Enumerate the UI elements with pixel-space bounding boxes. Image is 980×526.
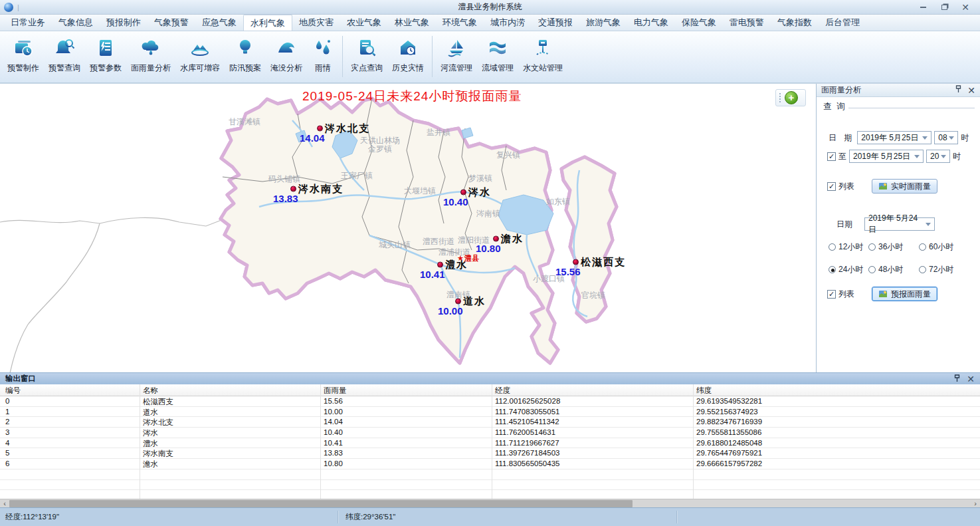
cell: 澧水 [143,439,158,449]
end-date-select[interactable]: 2019年 5月25日 [849,150,924,163]
cell: 111.397267184503 [495,449,559,457]
toolbar-button-warning-search[interactable]: 预警查询 [44,36,85,74]
forecast-list-checkbox[interactable]: ✓ [827,290,836,299]
menu-item-11[interactable]: 城市内涝 [484,15,532,31]
rain-analysis-icon [140,37,162,59]
scroll-left-button[interactable]: ‹ [0,499,9,507]
toolbar-button-reservoir[interactable]: 水库可增容 [175,36,225,74]
toolbar-button-inundation[interactable]: 淹没分析 [266,36,307,74]
duration-radio-12小时[interactable]: 12小时 [829,241,868,253]
duration-radio-48小时[interactable]: 48小时 [868,264,919,275]
forecast-rain-button[interactable]: 预报面雨量 [872,287,937,301]
duration-radio-24小时[interactable]: 24小时 [829,264,868,275]
station-name: 涔水 [468,186,491,199]
cell: 3 [5,428,9,436]
menu-item-5[interactable]: 应急气象 [195,15,243,31]
duration-radio-60小时[interactable]: 60小时 [919,241,969,253]
station-name: 涔水北支 [325,122,370,135]
town-label: 金罗镇 [368,144,392,155]
cell: 29.6666157957282 [696,460,762,467]
scroll-right-button[interactable]: › [971,499,980,507]
radio-icon [829,266,836,273]
basin-manage-icon [486,37,509,59]
duration-radio-36小时[interactable]: 36小时 [868,241,919,253]
toolbar-button-disaster-search[interactable]: 灾点查询 [346,36,387,74]
cell: 13.83 [324,449,343,457]
toolbar-button-river-manage[interactable]: 河流管理 [436,36,477,74]
to-checkbox[interactable]: ✓ [827,152,836,161]
list-checkbox[interactable]: ✓ [827,182,836,191]
radio-icon [919,266,926,273]
station-dot-icon[interactable] [437,262,443,268]
station-dot-icon[interactable] [455,299,461,305]
toolbar-button-warning-make[interactable]: 预警制作 [3,36,44,74]
start-date-select[interactable]: 2019年 5月25日 [857,131,931,144]
pin-icon[interactable] [954,374,960,384]
column-divider [492,384,492,499]
scrollbar-thumb[interactable] [9,500,633,507]
minimize-button[interactable] [918,3,928,12]
date-label: 日 期 [829,132,854,144]
station-dot-icon[interactable] [573,259,579,265]
table-row[interactable]: 1道水10.00111.74708305505129.552156374923 [0,407,980,418]
menu-item-18[interactable]: 后台管理 [819,15,866,31]
table-row[interactable]: 5涔水南支13.83111.39726718450329.76544769759… [0,448,980,459]
table-row[interactable]: 3涔水10.40111.7620051463129.7555811355086 [0,428,980,438]
table-row[interactable]: 0松滋西支15.56112.00162562502829.61935495322… [0,396,980,407]
toolbar-button-rain-analysis[interactable]: 面雨量分析 [126,36,175,74]
table-row[interactable]: 4澧水10.41111.71121966762729.6188012485048 [0,438,980,449]
menu-item-9[interactable]: 林业气象 [388,15,436,31]
output-close-icon[interactable]: ✕ [967,375,975,383]
menu-item-12[interactable]: 交通预报 [532,15,579,31]
town-label: 如东镇 [546,196,570,207]
menu-item-4[interactable]: 气象预警 [147,15,195,31]
radio-icon [919,243,926,251]
map-area[interactable]: 2019-05-24日未来24小时预报面雨量 甘溪滩镇盐井镇天供山林场金罗镇复兴… [0,84,816,373]
table-row[interactable]: 2涔水北支14.04111.45210541134229.88234767169… [0,417,980,428]
realtime-rain-button[interactable]: 实时面雨量 [872,179,937,194]
menu-item-3[interactable]: 预报制作 [100,15,147,31]
menu-item-10[interactable]: 环境气象 [436,15,484,31]
cell: 0 [5,397,9,405]
menu-item-1[interactable]: 日常业务 [4,15,52,31]
toolbar-button-hydrostation-manage[interactable]: 水文站管理 [518,36,567,74]
menu-item-15[interactable]: 保险气象 [675,15,723,31]
menu-item-8[interactable]: 农业气象 [340,15,388,31]
station-dot-icon[interactable] [460,190,466,196]
radio-label: 12小时 [838,241,863,253]
toolbar-button-basin-manage[interactable]: 流域管理 [477,36,518,74]
menu-item-2[interactable]: 气象信息 [52,15,100,31]
toolbar-button-flood-plan[interactable]: 防汛预案 [225,36,266,74]
cell: 涔水北支 [143,418,173,428]
horizontal-scrollbar[interactable]: ‹ › [0,499,980,507]
toolbar-button-warning-params[interactable]: 预警参数 [85,36,126,74]
restore-button[interactable] [939,3,949,12]
menu-item-6[interactable]: 水利气象 [243,15,292,31]
table-header: 编号名称面雨量经度纬度 [0,384,980,396]
toolbar: 预警制作预警查询预警参数面雨量分析水库可增容防汛预案淹没分析雨情灾点查询历史灾情… [0,31,980,83]
menu-item-17[interactable]: 气象指数 [771,15,819,31]
cell: 29.7555811355086 [696,428,761,436]
menu-item-13[interactable]: 旅游气象 [579,15,627,31]
toolbar-button-history-disaster[interactable]: 历史灾情 [387,36,429,74]
grip-handle-icon[interactable] [779,93,781,102]
radio-label: 72小时 [929,264,953,275]
menu-item-7[interactable]: 地质灾害 [292,15,340,31]
duration-radio-72小时[interactable]: 72小时 [919,264,969,275]
station-dot-icon[interactable] [493,236,499,242]
add-layer-button[interactable]: + [785,91,798,104]
menu-item-16[interactable]: 雷电预警 [723,15,771,31]
start-hour-select[interactable]: 08 [934,131,958,144]
pin-icon[interactable] [955,85,961,95]
station-dot-icon[interactable] [317,126,323,132]
forecast-date-select[interactable]: 2019年 5月24日 [864,217,935,231]
station-value: 14.04 [300,132,325,144]
table-row[interactable]: 6澹水10.80111.83056505043529.6666157957282 [0,459,980,469]
station-dot-icon[interactable] [290,186,296,192]
end-hour-select[interactable]: 20 [926,150,950,163]
panel-close-icon[interactable]: ✕ [967,86,975,94]
close-button[interactable]: ✕ [960,3,971,12]
menu-item-14[interactable]: 电力气象 [627,15,675,31]
toolbar-button-rainfall[interactable]: 雨情 [307,36,339,74]
output-table[interactable]: 编号名称面雨量经度纬度 0松滋西支15.56112.00162562502829… [0,384,980,499]
